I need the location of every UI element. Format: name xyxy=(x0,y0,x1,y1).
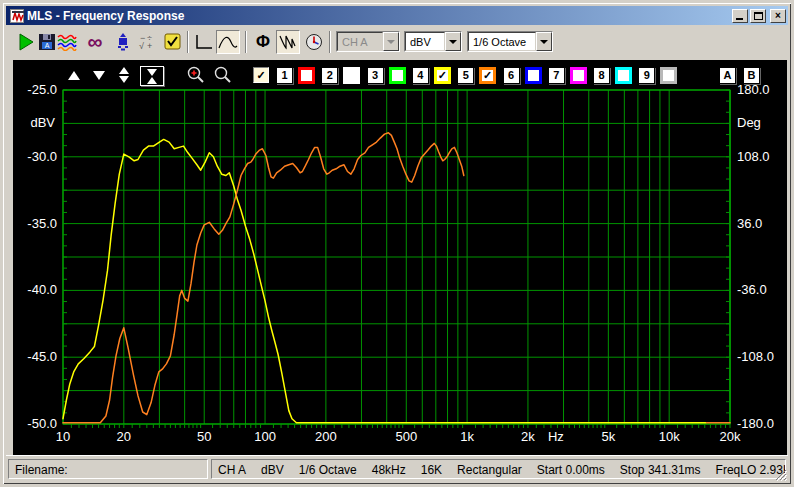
chevron-down-icon[interactable] xyxy=(536,32,552,51)
toolbar-separator xyxy=(245,31,247,53)
main-toolbar: A ∞ −÷√+ Φ CH A xyxy=(6,26,788,59)
channel-select[interactable]: CH A xyxy=(336,31,400,52)
resize-grip[interactable] xyxy=(774,467,787,480)
delay-clock-button[interactable] xyxy=(302,30,326,54)
status-item: 48kHz xyxy=(372,463,406,477)
frequency-response-button[interactable] xyxy=(216,30,240,54)
status-item: Stop 341.31ms xyxy=(620,463,701,477)
curve-trace-5 xyxy=(63,133,730,423)
svg-text:-180.0: -180.0 xyxy=(737,416,774,431)
svg-text:2k: 2k xyxy=(521,429,535,444)
step-response-button[interactable] xyxy=(192,30,216,54)
axis-labels: -25.0-30.0-35.0-40.0-45.0-50.0dBV180.010… xyxy=(27,82,774,444)
plot-canvas: -25.0-30.0-35.0-40.0-45.0-50.0dBV180.010… xyxy=(13,60,787,458)
channel-select-value: CH A xyxy=(337,32,383,51)
svg-text:-45.0: -45.0 xyxy=(27,349,57,364)
svg-text:100: 100 xyxy=(254,429,276,444)
repeat-infinity-button[interactable]: ∞ xyxy=(83,30,107,54)
svg-text:180.0: 180.0 xyxy=(737,82,770,97)
signal-generator-button[interactable] xyxy=(111,30,135,54)
filename-label: Filename: xyxy=(15,463,68,477)
plot-grid xyxy=(63,90,730,428)
filename-panel: Filename: xyxy=(8,459,208,479)
measurement-settings-panel: CH AdBV1/6 Octave48kHz16KRectangularStar… xyxy=(211,459,786,479)
svg-text:10: 10 xyxy=(56,429,70,444)
phase-wrap-button[interactable] xyxy=(276,30,300,54)
svg-text:-25.0: -25.0 xyxy=(27,82,57,97)
app-icon xyxy=(10,9,24,23)
calculator-button[interactable]: −÷√+ xyxy=(133,30,157,54)
svg-text:A: A xyxy=(45,42,50,49)
svg-text:50: 50 xyxy=(197,429,211,444)
svg-text:500: 500 xyxy=(395,429,417,444)
svg-text:200: 200 xyxy=(315,429,337,444)
title-bar: MLS - Frequency Response × xyxy=(6,6,788,25)
chevron-down-icon[interactable] xyxy=(445,32,461,51)
toolbar-separator xyxy=(329,31,331,53)
svg-text:36.0: 36.0 xyxy=(737,216,762,231)
smoothing-select[interactable]: 1/6 Octave xyxy=(467,31,553,52)
svg-text:1k: 1k xyxy=(460,429,474,444)
status-item: Rectangular xyxy=(457,463,522,477)
svg-text:20: 20 xyxy=(117,429,131,444)
window-title: MLS - Frequency Response xyxy=(27,9,732,23)
svg-text:5k: 5k xyxy=(601,429,615,444)
status-item: 1/6 Octave xyxy=(299,463,357,477)
close-button[interactable]: × xyxy=(770,9,786,23)
svg-text:Hz: Hz xyxy=(548,429,564,444)
status-item: dBV xyxy=(261,463,284,477)
svg-text:-108.0: -108.0 xyxy=(737,349,774,364)
svg-text:20k: 20k xyxy=(720,429,741,444)
chevron-down-icon[interactable] xyxy=(383,32,399,51)
svg-text:-36.0: -36.0 xyxy=(737,282,767,297)
units-select[interactable]: dBV xyxy=(404,31,462,52)
plot-client-area: ✓ 1234✓5✓6789 A B -25.0-30.0-35.0-40.0-4… xyxy=(13,60,787,458)
svg-text:108.0: 108.0 xyxy=(737,149,770,164)
svg-text:dBV: dBV xyxy=(30,115,55,130)
minimize-button[interactable] xyxy=(732,9,748,23)
svg-text:+: + xyxy=(147,41,152,51)
setup-dialog-button[interactable] xyxy=(161,30,185,54)
svg-text:-50.0: -50.0 xyxy=(27,416,57,431)
svg-text:Deg: Deg xyxy=(737,115,761,130)
smoothing-select-value: 1/6 Octave xyxy=(468,32,536,51)
svg-text:-40.0: -40.0 xyxy=(27,282,57,297)
app-window: MLS - Frequency Response × A ∞ −÷√+ xyxy=(0,0,794,487)
status-item: Start 0.00ms xyxy=(537,463,605,477)
svg-text:-30.0: -30.0 xyxy=(27,149,57,164)
maximize-button[interactable] xyxy=(750,9,766,23)
status-item: 16K xyxy=(421,463,442,477)
phase-phi-button[interactable]: Φ xyxy=(251,30,275,54)
overlay-curves-button[interactable] xyxy=(55,30,79,54)
status-bar: Filename: CH AdBV1/6 Octave48kHz16KRecta… xyxy=(6,455,788,481)
svg-text:10k: 10k xyxy=(659,429,680,444)
status-item: CH A xyxy=(218,463,246,477)
toolbar-separator xyxy=(187,31,189,53)
svg-text:-35.0: -35.0 xyxy=(27,216,57,231)
units-select-value: dBV xyxy=(405,32,445,51)
svg-text:√: √ xyxy=(139,41,144,51)
